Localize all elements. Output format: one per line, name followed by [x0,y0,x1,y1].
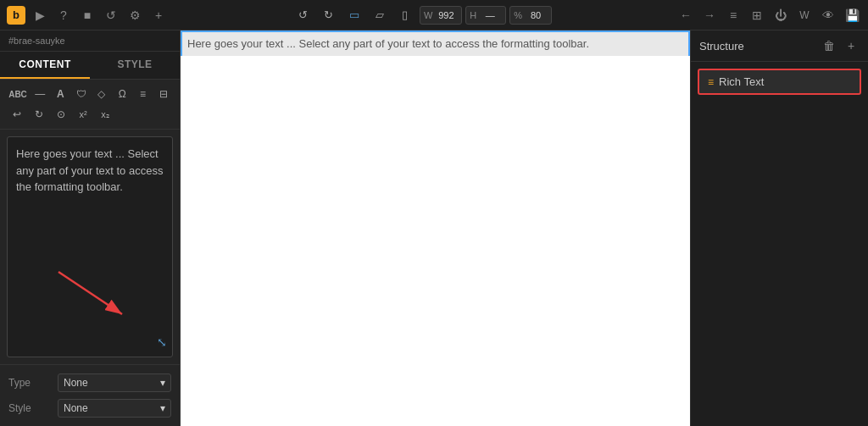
format-dash-btn[interactable]: — [31,85,49,103]
style-chevron-icon: ▾ [160,402,165,414]
zoom-percent-label: % [514,10,522,20]
sidebar-tabs: CONTENT STYLE [0,52,180,80]
format-abc-btn[interactable]: ABC [7,85,29,103]
desktop-view-btn[interactable]: ▭ [343,6,365,25]
tab-style[interactable]: STYLE [90,52,180,79]
canvas-area[interactable]: Here goes your text ... Select any part … [181,30,690,426]
grid-icon[interactable]: ⊞ [748,6,766,25]
top-bar: b ▶ ? ■ ↺ ⚙ + ↺ ↻ ▭ ▱ ▯ W 992 H — % 80 ←… [0,0,868,30]
add-icon[interactable]: + [149,6,168,25]
type-label: Type [8,377,51,389]
redo-btn[interactable]: ↻ [318,6,340,25]
menu-icon[interactable]: ≡ [724,6,743,25]
tablet-view-btn[interactable]: ▱ [369,6,391,25]
svg-line-1 [58,272,122,314]
format-shield-btn[interactable]: 🛡 [72,85,91,103]
type-property-row: Type None ▾ [0,370,180,396]
type-value: None [64,377,88,389]
arrow-indicator [50,263,152,331]
format-omega-btn[interactable]: Ω [113,85,131,103]
left-sidebar: #brae-sauyke CONTENT STYLE ABC — A 🛡 ◇ Ω… [0,30,181,426]
format-circle-btn[interactable]: ⊙ [51,105,71,124]
style-select[interactable]: None ▾ [58,399,171,418]
rich-text-item-label: Rich Text [719,75,764,88]
format-link-btn[interactable]: ◇ [92,85,111,103]
style-value: None [64,402,88,414]
type-select[interactable]: None ▾ [58,373,171,392]
toolbar-row-2: ↩ ↻ ⊙ x² x₂ [7,105,173,124]
style-property-row: Style None ▾ [0,396,180,421]
width-value: 992 [434,10,458,20]
save-icon[interactable]: 💾 [843,6,861,25]
right-panel-actions: 🗑 + [821,37,860,54]
editor-text: Here goes your text ... Select any part … [16,147,163,193]
canvas-hint-text: Here goes your text ... Select any part … [187,37,683,50]
height-dash: — [478,10,502,20]
zoom-control: % 80 [509,6,552,25]
element-id: #brae-sauyke [0,30,180,52]
width-label: W [424,10,432,20]
viewport-controls: ↺ ↻ ▭ ▱ ▯ W 992 H — % 80 [292,6,552,25]
toolbar-row-1: ABC — A 🛡 ◇ Ω ≡ ⊟ [7,85,173,103]
play-icon[interactable]: ▶ [31,6,49,25]
format-undo-btn[interactable]: ↩ [7,105,27,124]
help-icon[interactable]: ? [54,6,73,25]
structure-title: Structure [699,40,744,53]
settings-icon[interactable]: ⚙ [125,6,144,25]
format-font-color-btn[interactable]: A [51,85,70,103]
rich-text-structure-item[interactable]: ≡ Rich Text [698,69,861,95]
format-superscript-btn[interactable]: x² [73,105,93,124]
tab-content[interactable]: CONTENT [0,52,90,79]
mobile-view-btn[interactable]: ▯ [394,6,416,25]
app-logo[interactable]: b [7,6,25,25]
back-nav-icon[interactable]: ← [676,6,695,25]
zoom-value: 80 [524,10,548,20]
style-label: Style [8,402,51,414]
undo-btn[interactable]: ↺ [292,6,314,25]
height-control: H — [465,6,506,25]
sidebar-properties: Type None ▾ Style None ▾ [0,364,180,426]
format-table-btn[interactable]: ⊟ [154,85,173,103]
format-redo-btn[interactable]: ↻ [29,105,49,124]
power-icon[interactable]: ⏻ [771,6,790,25]
delete-structure-btn[interactable]: 🗑 [821,37,837,54]
canvas-white-area [181,56,690,426]
wordpress-icon[interactable]: W [795,6,814,25]
history-icon[interactable]: ↺ [102,6,120,25]
pages-icon[interactable]: ■ [78,6,97,25]
content-editor[interactable]: Here goes your text ... Select any part … [7,136,173,357]
right-panel-header: Structure 🗑 + [691,30,868,62]
right-panel: Structure 🗑 + ≡ Rich Text [690,30,868,426]
add-structure-btn[interactable]: + [843,37,860,54]
height-label: H [470,10,476,20]
format-list-btn[interactable]: ≡ [133,85,152,103]
format-subscript-btn[interactable]: x₂ [95,105,115,124]
formatting-toolbar: ABC — A 🛡 ◇ Ω ≡ ⊟ ↩ ↻ ⊙ x² x₂ [0,80,180,130]
rich-text-item-icon: ≡ [708,76,714,88]
main-area: #brae-sauyke CONTENT STYLE ABC — A 🛡 ◇ Ω… [0,30,868,426]
preview-icon[interactable]: 👁 [819,6,837,25]
resize-icon[interactable]: ⤡ [157,334,167,351]
forward-nav-icon[interactable]: → [700,6,719,25]
type-chevron-icon: ▾ [160,377,165,389]
width-control: W 992 [420,6,462,25]
